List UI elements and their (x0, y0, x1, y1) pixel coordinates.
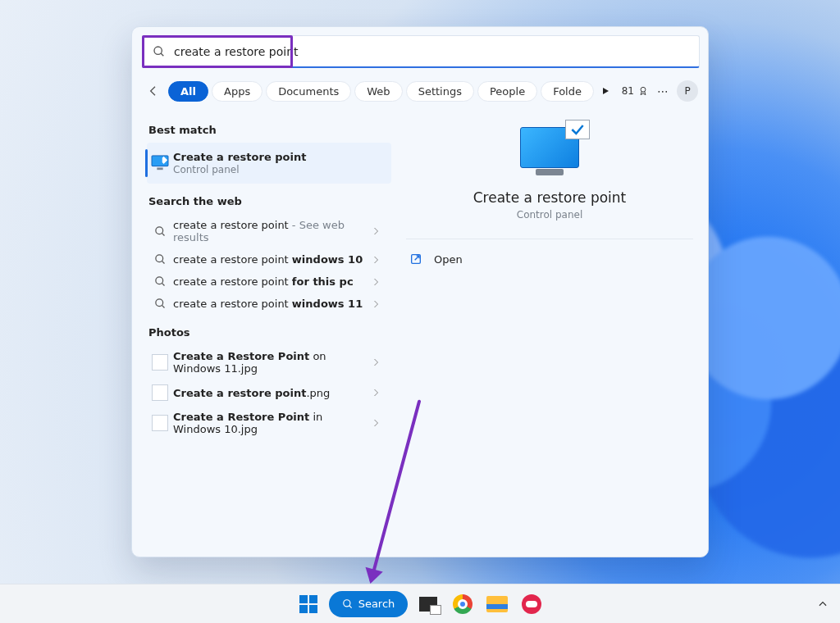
section-photos: Photos (148, 326, 391, 339)
chrome-button[interactable] (449, 590, 477, 618)
open-external-icon (409, 252, 422, 266)
task-view-icon (419, 597, 437, 612)
open-label: Open (434, 253, 463, 266)
web-result-text: create a restore point windows 11 (173, 298, 367, 310)
search-panel: create a restore point All Apps Document… (131, 26, 709, 557)
svg-point-3 (641, 87, 646, 92)
chevron-right-icon[interactable] (367, 226, 385, 236)
file-explorer-icon (486, 596, 508, 612)
search-icon (147, 298, 173, 310)
chrome-icon (453, 594, 472, 614)
user-avatar[interactable]: P (677, 80, 698, 102)
search-input-text: create a restore point (174, 45, 299, 58)
photo-result-0[interactable]: Create a Restore Point on Windows 11.jpg (147, 345, 391, 380)
photo-thumb-icon (147, 415, 173, 431)
svg-point-8 (155, 255, 162, 262)
search-icon (147, 225, 173, 238)
divider (406, 239, 693, 239)
svg-line-11 (162, 283, 164, 285)
photo-result-text: Create a restore point.png (173, 387, 367, 399)
medal-icon (637, 85, 649, 97)
web-result-1[interactable]: create a restore point windows 10 (147, 248, 391, 271)
web-result-text: create a restore point for this pc (173, 275, 367, 288)
filter-tabs: All Apps Documents Web Settings People F… (132, 73, 708, 112)
svg-line-7 (162, 233, 164, 235)
svg-line-13 (162, 305, 164, 307)
start-button[interactable] (294, 590, 322, 618)
photo-thumb-icon (147, 354, 173, 371)
monitor-icon (147, 155, 173, 171)
rewards-indicator[interactable]: 81 (622, 85, 649, 97)
preview-pane: Create a restore point Control panel Ope… (395, 112, 708, 557)
chevron-right-icon[interactable] (367, 357, 385, 367)
svg-point-15 (343, 599, 349, 606)
tab-documents[interactable]: Documents (266, 81, 351, 102)
app-button[interactable] (518, 590, 546, 618)
photo-result-2[interactable]: Create a Restore Point in Windows 10.jpg (147, 406, 391, 440)
tab-people[interactable]: People (477, 81, 537, 102)
web-result-text: create a restore point windows 10 (173, 253, 367, 266)
tab-web[interactable]: Web (354, 81, 402, 102)
chevron-right-icon[interactable] (367, 299, 385, 309)
system-tray-expand[interactable] (817, 598, 829, 610)
preview-subtitle: Control panel (517, 209, 582, 221)
tab-apps[interactable]: Apps (212, 81, 262, 102)
back-button[interactable] (142, 80, 165, 102)
best-match-subtitle: Control panel (173, 164, 385, 175)
windows-logo-icon (299, 595, 317, 613)
section-search-web: Search the web (148, 195, 391, 207)
search-input[interactable]: create a restore point (142, 35, 700, 68)
web-result-0[interactable]: create a restore point - See web results (147, 214, 391, 248)
chevron-right-icon[interactable] (367, 255, 385, 265)
photo-result-text: Create a Restore Point in Windows 10.jpg (173, 411, 367, 435)
svg-point-0 (154, 47, 162, 54)
photo-result-text: Create a Restore Point on Windows 11.jpg (173, 350, 367, 375)
open-action[interactable]: Open (406, 244, 693, 274)
photo-result-1[interactable]: Create a restore point.png (147, 380, 391, 406)
search-icon (147, 253, 173, 266)
monitor-check-icon (520, 127, 579, 168)
taskbar-search-button[interactable]: Search (329, 591, 409, 617)
tab-settings[interactable]: Settings (406, 81, 474, 102)
tabs-overflow-button[interactable] (597, 86, 614, 96)
taskbar: Search (0, 584, 840, 623)
more-button[interactable]: ⋯ (652, 80, 673, 102)
preview-title: Create a restore point (473, 189, 627, 206)
svg-point-12 (155, 299, 162, 307)
chevron-right-icon[interactable] (367, 418, 385, 428)
search-icon (153, 45, 166, 58)
taskbar-search-label: Search (358, 598, 395, 610)
svg-rect-5 (157, 167, 162, 170)
section-best-match: Best match (148, 124, 391, 136)
web-result-3[interactable]: create a restore point windows 11 (147, 293, 391, 315)
file-explorer-button[interactable] (483, 590, 511, 618)
results-column: Best match Create a restore point Contro… (132, 112, 395, 557)
photo-thumb-icon (147, 384, 173, 401)
svg-line-9 (162, 261, 164, 263)
svg-line-16 (349, 605, 351, 607)
svg-line-1 (161, 53, 163, 56)
svg-marker-2 (603, 88, 609, 94)
svg-point-6 (155, 226, 162, 234)
web-result-2[interactable]: create a restore point for this pc (147, 271, 391, 293)
app-icon (522, 594, 541, 614)
tab-all[interactable]: All (168, 81, 208, 102)
best-match-result[interactable]: Create a restore point Control panel (147, 143, 391, 184)
chevron-right-icon[interactable] (367, 388, 385, 398)
svg-point-10 (155, 277, 162, 284)
best-match-title: Create a restore point (173, 151, 385, 163)
task-view-button[interactable] (414, 590, 442, 618)
rewards-points: 81 (622, 85, 634, 97)
search-icon (147, 275, 173, 288)
search-input-row: create a restore point (142, 35, 306, 68)
chevron-right-icon[interactable] (367, 277, 385, 287)
tab-folders[interactable]: Folde (541, 81, 594, 102)
search-icon (342, 598, 354, 610)
web-result-text: create a restore point - See web results (173, 219, 367, 243)
